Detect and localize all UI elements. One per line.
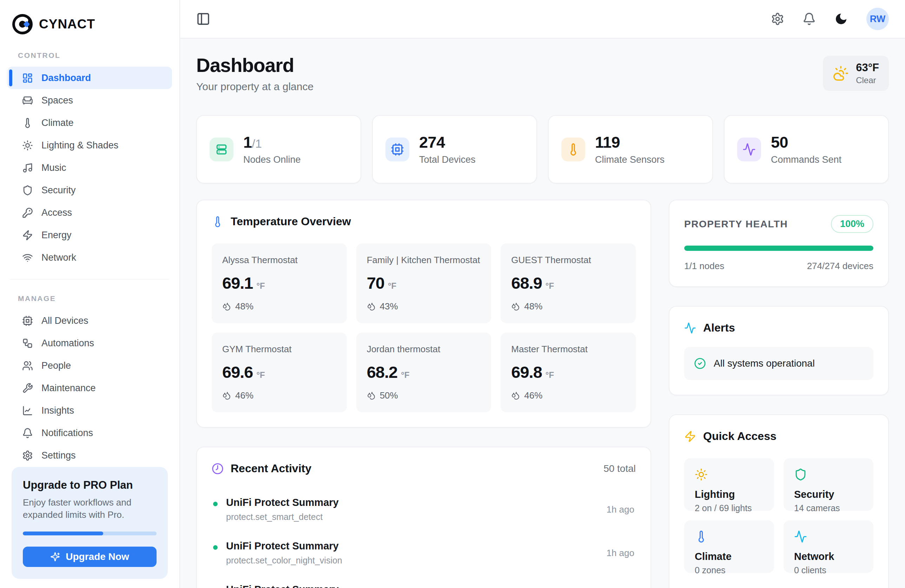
- check-circle-icon: [694, 358, 706, 369]
- activity-item[interactable]: UniFi Protect Summary protect.set_color_…: [212, 575, 636, 588]
- alert-status-text: All systems operational: [714, 358, 815, 369]
- thermostat-name: Family | Kitchen Thermostat: [367, 255, 481, 266]
- sidebar-item-energy[interactable]: Energy: [7, 224, 172, 246]
- sidebar-item-label: Network: [41, 252, 76, 263]
- quick-access-tile-climate[interactable]: Climate 0 zones: [684, 520, 774, 573]
- sidebar-item-dashboard[interactable]: Dashboard: [7, 67, 172, 89]
- quick-access-tile-security[interactable]: Security 14 cameras: [784, 458, 873, 511]
- thermostat-card-jordan-thermostat[interactable]: Jordan thermostat 68.2 °F 50%: [356, 333, 491, 412]
- property-health-badge: 100%: [831, 215, 873, 233]
- quick-access-grid: Lighting 2 on / 69 lights Security 14 ca…: [684, 458, 873, 573]
- activity-detail: protect.set_smart_detect: [226, 512, 339, 522]
- sidebar-item-spaces[interactable]: Spaces: [7, 89, 172, 112]
- quick-access-header: Quick Access: [684, 430, 873, 443]
- quick-access-panel: Quick Access Lighting 2 on / 69 lights: [669, 414, 889, 588]
- activity-detail: protect.set_color_night_vision: [226, 555, 342, 566]
- sun-icon: [695, 468, 708, 481]
- zap-icon: [684, 431, 696, 442]
- server-icon: [215, 143, 228, 156]
- droplets-icon: [222, 391, 231, 400]
- thermostat-unit: °F: [256, 370, 265, 380]
- sidebar-item-label: Access: [41, 208, 72, 218]
- thermostat-name: Alyssa Thermostat: [222, 255, 336, 266]
- upgrade-now-button[interactable]: Upgrade Now: [23, 547, 157, 567]
- page-subtitle: Your property at a glance: [196, 81, 313, 93]
- thermostat-card-alyssa-thermostat[interactable]: Alyssa Thermostat 69.1 °F 48%: [212, 244, 347, 323]
- chart-line-icon: [22, 405, 33, 416]
- thermostat-name: Jordan thermostat: [367, 344, 481, 355]
- quick-access-tile-lighting[interactable]: Lighting 2 on / 69 lights: [684, 458, 774, 511]
- thermostat-humidity: 48%: [235, 301, 254, 312]
- sidebar-item-climate[interactable]: Climate: [7, 112, 172, 134]
- droplets-icon: [367, 391, 376, 400]
- thermostat-temperature: 69.6: [222, 362, 253, 382]
- bell-icon: [22, 428, 33, 439]
- workflow-icon: [22, 338, 33, 349]
- activity-icon: [684, 322, 696, 334]
- avatar[interactable]: RW: [866, 8, 889, 30]
- bell-icon[interactable]: [802, 12, 816, 25]
- sidebar-item-lighting-shades[interactable]: Lighting & Shades: [7, 134, 172, 157]
- sidebar-item-label: People: [41, 360, 71, 371]
- sidebar-item-insights[interactable]: Insights: [7, 399, 172, 422]
- thermometer-icon: [22, 117, 33, 128]
- quick-access-tile-network[interactable]: Network 0 clients: [784, 520, 873, 573]
- sidebar-item-people[interactable]: People: [7, 355, 172, 377]
- thermostat-humidity: 48%: [524, 301, 542, 312]
- thermometer-icon: [695, 530, 708, 543]
- sparkles-icon: [50, 552, 60, 562]
- sidebar-item-label: Settings: [41, 450, 76, 461]
- property-health-label: PROPERTY HEALTH: [684, 219, 788, 230]
- quick-access-title: Quick Access: [703, 430, 776, 443]
- upgrade-card: Upgrade to PRO Plan Enjoy faster workflo…: [11, 467, 168, 579]
- activity-item[interactable]: UniFi Protect Summary protect.set_smart_…: [212, 488, 636, 531]
- health-nodes: 1/1 nodes: [684, 261, 724, 271]
- gear-icon[interactable]: [771, 12, 784, 25]
- sidebar-item-label: Security: [41, 185, 76, 196]
- panel-left-icon[interactable]: [196, 12, 210, 26]
- activity-title: UniFi Protect Summary: [226, 540, 342, 552]
- sidebar-item-security[interactable]: Security: [7, 179, 172, 201]
- droplets-icon: [511, 302, 520, 311]
- stat-suffix: /1: [252, 137, 262, 150]
- users-icon: [22, 360, 33, 371]
- thermostat-name: GYM Thermostat: [222, 344, 336, 355]
- sidebar-item-network[interactable]: Network: [7, 246, 172, 269]
- thermostat-card-master-thermostat[interactable]: Master Thermostat 69.8 °F 46%: [500, 333, 636, 412]
- manage-nav: All Devices Automations People Maintenan…: [7, 310, 172, 467]
- sidebar-item-label: Notifications: [41, 428, 93, 439]
- stat-card-climate-sensors: 119 Climate Sensors: [548, 115, 713, 184]
- thermostat-card-guest-thermostat[interactable]: GUEST Thermostat 68.9 °F 48%: [500, 244, 636, 323]
- moon-icon[interactable]: [834, 12, 848, 26]
- shield-icon: [794, 468, 807, 481]
- stat-value: 274: [419, 133, 445, 151]
- sidebar-item-automations[interactable]: Automations: [7, 332, 172, 355]
- health-devices: 274/274 devices: [807, 261, 873, 271]
- cynact-logo-icon: [11, 13, 33, 35]
- sidebar-item-label: Spaces: [41, 95, 73, 106]
- brand-logo[interactable]: CYNACT: [7, 11, 172, 36]
- layout-dashboard-icon: [22, 73, 33, 84]
- tile-detail: 14 cameras: [794, 503, 863, 513]
- sidebar-item-access[interactable]: Access: [7, 201, 172, 224]
- right-column: PROPERTY HEALTH 100% 1/1 nodes 274/274 d…: [669, 200, 889, 588]
- sidebar-item-label: Music: [41, 162, 66, 173]
- page-head: Dashboard Your property at a glance 63°F…: [196, 54, 889, 93]
- health-progress-fill: [684, 246, 873, 251]
- sidebar-item-notifications[interactable]: Notifications: [7, 422, 172, 444]
- thermostat-card-family-kitchen-thermostat[interactable]: Family | Kitchen Thermostat 70 °F 43%: [356, 244, 491, 323]
- stat-iconbox: [210, 138, 233, 162]
- alerts-header: Alerts: [684, 321, 873, 334]
- alerts-title: Alerts: [703, 321, 735, 334]
- weather-widget: 63°F Clear: [823, 56, 889, 91]
- activity-item[interactable]: UniFi Protect Summary protect.set_color_…: [212, 531, 636, 575]
- weather-condition: Clear: [856, 75, 879, 85]
- sidebar-item-settings[interactable]: Settings: [7, 444, 172, 467]
- thermostat-card-gym-thermostat[interactable]: GYM Thermostat 69.6 °F 46%: [212, 333, 347, 412]
- sidebar-item-maintenance[interactable]: Maintenance: [7, 377, 172, 399]
- sidebar-item-all-devices[interactable]: All Devices: [7, 310, 172, 332]
- sidebar-item-music[interactable]: Music: [7, 157, 172, 179]
- cpu-icon: [391, 143, 404, 156]
- key-icon: [22, 208, 33, 218]
- thermostat-temperature: 69.1: [222, 273, 253, 293]
